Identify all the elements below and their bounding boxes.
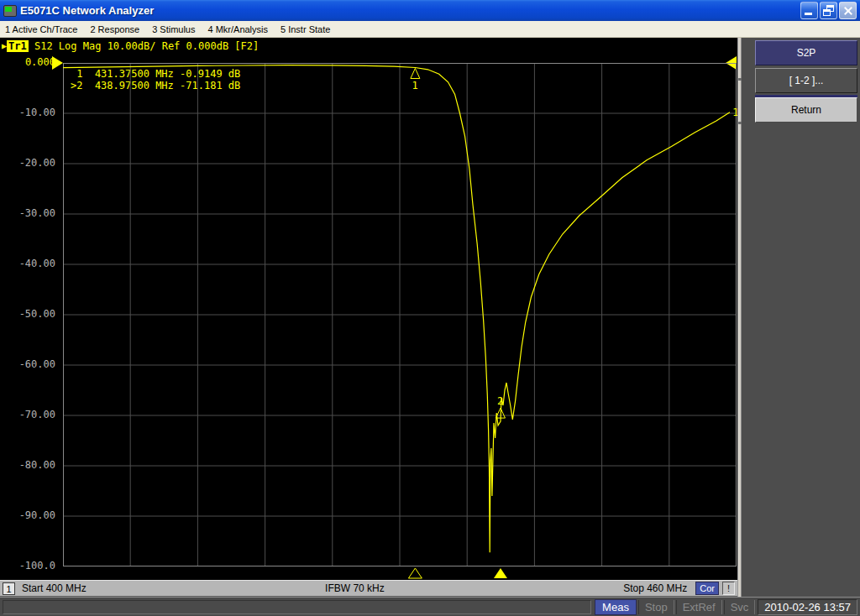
y-tick-label: -100.0 bbox=[0, 560, 55, 572]
menu-bar: 1 Active Ch/Trace 2 Response 3 Stimulus … bbox=[0, 21, 860, 38]
graph-svg: 112 bbox=[63, 63, 737, 566]
channel-status-bar: 1 Start 400 MHz IFBW 70 kHz Stop 460 MHz… bbox=[0, 580, 737, 597]
minimize-button[interactable] bbox=[800, 2, 818, 19]
minimize-icon bbox=[805, 13, 812, 15]
y-tick-label: -30.00 bbox=[0, 207, 55, 219]
y-tick-label: 0.000 bbox=[0, 56, 55, 68]
graph-area: 112 bbox=[63, 63, 737, 566]
y-tick-label: -10.00 bbox=[0, 107, 55, 118]
window-title: E5071C Network Analyzer bbox=[20, 4, 799, 17]
y-axis-labels: 0.000-10.00-20.00-30.00-40.00-50.00-60.0… bbox=[0, 38, 55, 580]
svg-text:2: 2 bbox=[497, 395, 503, 407]
meas-status-badge: Meas bbox=[595, 599, 637, 615]
start-frequency-label: Start 400 MHz bbox=[22, 582, 87, 594]
softkey-s2p[interactable]: S2P bbox=[755, 40, 857, 65]
y-tick-label: -70.00 bbox=[0, 409, 55, 420]
restore-button[interactable] bbox=[820, 2, 837, 19]
svc-indicator: Svc bbox=[724, 600, 756, 614]
instrument-status-bar: Meas Stop ExtRef Svc 2010-02-26 13:57 bbox=[0, 597, 860, 616]
extref-indicator: ExtRef bbox=[676, 600, 722, 614]
menu-stimulus[interactable]: 3 Stimulus bbox=[152, 24, 195, 34]
softkey-gutter bbox=[738, 38, 742, 597]
alert-badge: ! bbox=[722, 582, 735, 595]
y-tick-label: -60.00 bbox=[0, 358, 55, 370]
app-icon bbox=[3, 5, 17, 17]
display-area: ▶Tr1 S12 Log Mag 10.00dB/ Ref 0.000dB [F… bbox=[0, 38, 737, 580]
softkey-return[interactable]: Return bbox=[755, 97, 857, 123]
trace-format-text: S12 Log Mag 10.00dB/ Ref 0.000dB [F2] bbox=[34, 40, 259, 52]
datetime-display: 2010-02-26 13:57 bbox=[758, 599, 857, 615]
menu-response[interactable]: 2 Response bbox=[90, 24, 139, 34]
y-tick-label: -40.00 bbox=[0, 258, 55, 269]
reference-level-marker-left-icon[interactable] bbox=[52, 56, 63, 70]
y-tick-label: -50.00 bbox=[0, 308, 55, 320]
channel-number-badge: 1 bbox=[3, 582, 15, 595]
y-tick-label: -20.00 bbox=[0, 157, 55, 169]
svg-text:1: 1 bbox=[412, 80, 417, 91]
y-tick-label: -80.00 bbox=[0, 459, 55, 471]
menu-mkr-analysis[interactable]: 4 Mkr/Analysis bbox=[207, 24, 268, 34]
y-tick-label: -90.00 bbox=[0, 509, 55, 521]
status-message-area bbox=[3, 600, 591, 614]
correction-status-badge: Cor bbox=[695, 582, 719, 595]
softkey-sidebar: S2P [ 1-2 ]... Return bbox=[737, 38, 860, 597]
ifbw-label: IFBW 70 kHz bbox=[325, 582, 385, 594]
title-bar: E5071C Network Analyzer bbox=[0, 0, 860, 21]
close-button[interactable] bbox=[839, 2, 857, 19]
menu-instr-state[interactable]: 5 Instr State bbox=[281, 24, 330, 34]
menu-active-ch-trace[interactable]: 1 Active Ch/Trace bbox=[5, 24, 77, 34]
softkey-1-2[interactable]: [ 1-2 ]... bbox=[755, 68, 857, 93]
sweep-stop-indicator: Stop bbox=[638, 600, 674, 614]
stop-frequency-label: Stop 460 MHz bbox=[623, 582, 687, 594]
e5071c-window: E5071C Network Analyzer 1 Active Ch/Trac… bbox=[0, 0, 860, 616]
